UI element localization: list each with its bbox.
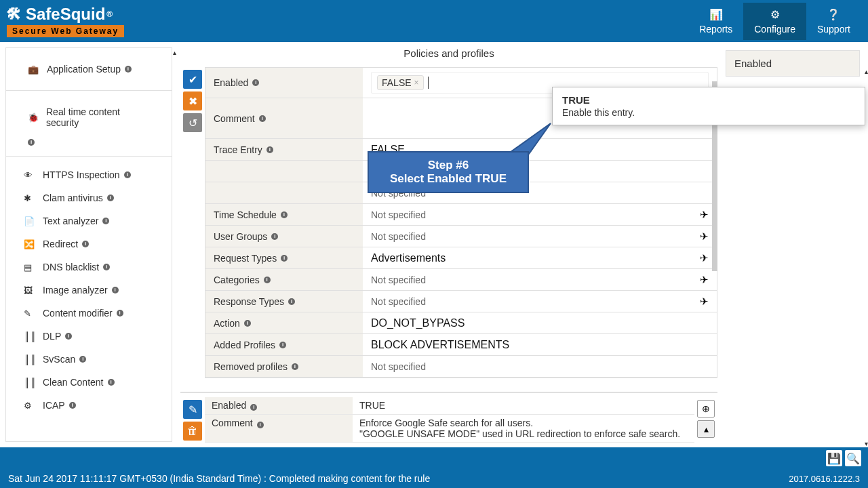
label-action: Actioni [205,312,363,333]
field-removed[interactable]: Not specified [363,356,717,377]
close-icon[interactable]: × [414,78,419,87]
label-groups: User Groupsi [205,226,363,247]
sidebar-item-https[interactable]: 👁HTTPS Inspectioni [6,163,172,186]
cancel-button[interactable]: ✖ [183,92,202,110]
logo: 🛠 SafeSquid ® Secure Web Gateway [7,5,124,37]
search-button[interactable]: 🔍 [845,450,861,466]
label-resptypes: Response Typesi [205,291,363,312]
info-icon: i [279,342,286,348]
scroll-up-icon[interactable]: ▴ [865,68,868,75]
delete-button[interactable]: 🗑 [183,422,202,441]
info-icon: i [271,233,278,240]
nav-support-label: Support [817,24,850,35]
info-icon: i [125,66,132,73]
apply-button[interactable]: ✔ [183,70,202,89]
registered-icon: ® [106,9,113,19]
sidebar-label: DLP [43,331,61,342]
label-reqtypes: Request Typesi [205,247,363,268]
wrench-icon: 🛠 [7,5,22,23]
sidebar-item-svscan[interactable]: ║║SvScani [6,348,172,371]
sidebar-item-clean[interactable]: ║║Clean Contenti [6,371,172,394]
value-enabled2: TRUE [353,397,694,414]
sidebar-item-clam[interactable]: ✱Clam antivirusi [6,186,172,209]
label-time: Time Schedulei [205,204,363,225]
eye-icon: 👁 [24,170,37,180]
nav-configure[interactable]: ⚙ Configure [743,3,806,40]
info-icon: i [264,277,271,283]
cogs-icon: ⚙ [770,8,780,21]
field-added[interactable]: BLOCK ADVERTISEMENTS [363,334,717,355]
barcode-icon: ║║ [24,378,37,388]
file-icon: 📄 [24,216,37,226]
info-icon: i [252,79,259,86]
up-button[interactable]: ▴ [697,420,715,438]
sidebar-item-dlp[interactable]: ║║DLPi [6,325,172,348]
callout-line1: Step #6 [428,159,469,172]
sidebar-item-dns[interactable]: ▤DNS blacklisti [6,256,172,279]
scroll-up-icon[interactable]: ▴ [173,49,176,56]
target-button[interactable]: ⊕ [697,400,715,418]
label-enabled2: Enabledi [205,397,353,414]
save-button[interactable]: 💾 [826,450,842,466]
info-icon: i [107,195,114,201]
field-reqtypes[interactable]: Advertisements✈ [363,247,717,268]
info-icon: i [288,298,295,305]
info-icon: i [281,255,288,262]
info-icon: i [257,422,264,428]
tag-false[interactable]: FALSE× [377,75,424,90]
dropdown-option-true[interactable]: TRUE Enable this entry. [553,87,717,125]
sidebar-item-image[interactable]: 🖼Image analyzeri [6,279,172,302]
send-icon[interactable]: ✈ [700,252,709,264]
send-icon[interactable]: ✈ [700,230,709,243]
undo-button[interactable]: ↺ [183,113,202,132]
sidebar-item-icap[interactable]: ⚙ICAPi [6,394,172,417]
send-icon[interactable]: ✈ [700,274,709,286]
shuffle-icon: 🔀 [24,239,37,249]
sidebar-item-content-mod[interactable]: ✎Content modifieri [6,302,172,325]
info-icon: i [103,264,110,270]
sidebar-label: Clam antivirus [43,192,103,203]
field-time[interactable]: Not specified✈ [363,204,717,225]
sidebar-label: Redirect [43,239,78,249]
barcode-icon: ║║ [24,331,37,342]
label-hidden2 [205,182,363,203]
sidebar-label: SvScan [43,354,75,365]
sidebar-label: HTTPS Inspection [43,169,120,180]
scroll-down-icon[interactable]: ▾ [865,440,868,447]
field-resptypes[interactable]: Not specified✈ [363,291,717,312]
nav-reports-label: Reports [699,24,732,35]
sidebar-realtime[interactable]: 🐞 Real time content security [17,100,161,134]
info-icon: i [28,139,35,146]
info-icon: i [108,379,115,386]
info-icon: i [102,218,109,224]
enabled-dropdown: TRUE Enable this entry. [552,87,717,125]
info-icon: i [250,404,257,411]
sidebar-item-text[interactable]: 📄Text analyzeri [6,209,172,232]
send-icon[interactable]: ✈ [700,296,709,308]
value-comment2: Enforce Google Safe search for all users… [353,415,694,442]
gear-icon: ⚙ [24,401,37,411]
help-title: Enabled [726,50,860,77]
field-categories[interactable]: Not specified✈ [363,269,717,290]
nav-configure-label: Configure [754,24,795,35]
sidebar-label: Content modifier [43,308,113,319]
edit-button[interactable]: ✎ [183,400,202,419]
info-icon: i [117,310,123,317]
send-icon[interactable]: ✈ [700,209,709,221]
sidebar-item-redirect[interactable]: 🔀Redirecti [6,232,172,256]
sidebar-app-setup[interactable]: 💼 Application Setup i [17,58,161,81]
label-categories: Categoriesi [205,269,363,290]
page-title: Policies and profiles [180,42,717,64]
info-icon: i [259,115,266,122]
info-icon: i [244,320,251,327]
barcode-icon: ║║ [24,354,37,365]
field-action[interactable]: DO_NOT_BYPASS [363,312,717,333]
label-removed: Removed profilesi [205,356,363,377]
nav-support[interactable]: ❔ Support [806,3,861,40]
nav-reports[interactable]: 📊 Reports [688,3,743,40]
info-icon: i [82,241,89,247]
field-groups[interactable]: Not specified✈ [363,226,717,247]
status-text: Sat Jun 24 2017 11:11:17 GMT+0530 (India… [8,473,430,484]
info-icon: i [124,171,131,178]
step-callout: Step #6 Select Enabled TRUE [368,151,529,193]
